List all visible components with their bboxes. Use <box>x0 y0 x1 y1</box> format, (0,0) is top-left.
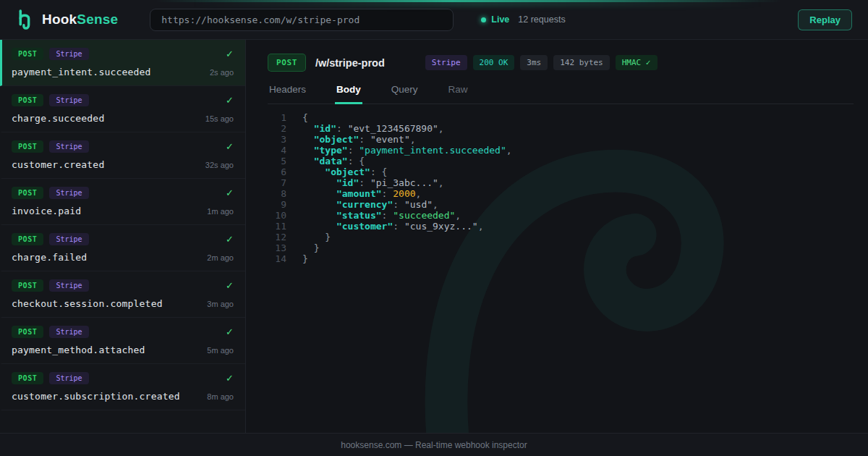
line-content: "customer": "cus_9xyz...", <box>302 221 483 232</box>
event-timestamp: 2m ago <box>207 253 234 262</box>
meta-badge: 200 OK <box>473 55 515 70</box>
line-content: } <box>302 253 308 264</box>
source-badge: Stripe <box>49 326 88 338</box>
source-badge: Stripe <box>49 94 88 106</box>
request-list-item[interactable]: POST Stripe ✓ payment_intent.succeeded 2… <box>0 40 245 86</box>
line-number: 2 <box>268 123 286 134</box>
method-badge: POST <box>12 279 43 292</box>
delivered-check-icon: ✓ <box>226 95 234 106</box>
code-line: 9 "currency": "usd", <box>268 199 854 210</box>
line-content: "type": "payment_intent.succeeded", <box>302 145 512 156</box>
line-content: "amount": 2000, <box>302 188 421 199</box>
event-timestamp: 15s ago <box>205 114 234 123</box>
delivered-check-icon: ✓ <box>226 234 234 245</box>
requests-count: 12 requests <box>518 14 565 25</box>
delivered-check-icon: ✓ <box>226 48 234 59</box>
tab-raw[interactable]: Raw <box>447 84 469 104</box>
event-timestamp: 5m ago <box>207 346 234 355</box>
replay-button[interactable]: Replay <box>798 9 852 30</box>
event-timestamp: 2s ago <box>210 68 234 77</box>
body-code-view: 1{2 "id": "evt_1234567890",3 "object": "… <box>268 112 854 264</box>
method-badge: POST <box>12 233 43 245</box>
brand[interactable]: HookSense <box>16 8 118 32</box>
line-number: 4 <box>268 145 286 156</box>
line-content: "status": "succeeded", <box>302 210 461 221</box>
line-content: "id": "evt_1234567890", <box>302 123 444 134</box>
app-window: HookSense Live 12 requests Replay POST S… <box>0 0 868 456</box>
hooksense-logo-icon <box>16 8 35 32</box>
webhook-url-input[interactable] <box>150 9 454 31</box>
code-line: 4 "type": "payment_intent.succeeded", <box>268 145 854 156</box>
event-name: customer.subscription.created <box>12 391 180 402</box>
line-number: 8 <box>268 188 286 199</box>
method-badge: POST <box>12 372 43 384</box>
request-summary: POST /w/stripe-prod Stripe200 OK3ms142 b… <box>268 54 854 72</box>
method-badge: POST <box>268 54 306 72</box>
line-number: 5 <box>268 156 286 166</box>
event-name: checkout.session.completed <box>12 298 163 309</box>
brand-name: HookSense <box>42 12 118 28</box>
tab-body[interactable]: Body <box>335 84 362 104</box>
detail-tabs: HeadersBodyQueryRaw <box>268 84 854 104</box>
meta-badge: Stripe <box>425 55 467 70</box>
method-badge: POST <box>12 187 43 199</box>
code-line: 1{ <box>268 112 854 123</box>
request-list-item[interactable]: POST Stripe ✓ customer.subscription.crea… <box>0 364 245 410</box>
line-number: 7 <box>268 177 286 188</box>
line-number: 6 <box>268 166 286 177</box>
code-line: 13 } <box>268 242 854 253</box>
method-badge: POST <box>12 94 43 106</box>
request-list-item[interactable]: POST Stripe ✓ customer.created 32s ago <box>0 132 245 179</box>
request-detail: POST /w/stripe-prod Stripe200 OK3ms142 b… <box>246 40 868 433</box>
source-badge: Stripe <box>49 48 88 60</box>
request-list-item[interactable]: POST Stripe ✓ charge.failed 2m ago <box>0 225 245 271</box>
live-status: Live <box>481 14 509 25</box>
app-header: HookSense Live 12 requests Replay <box>0 0 868 40</box>
request-list: POST Stripe ✓ payment_intent.succeeded 2… <box>0 40 246 433</box>
brand-name-primary: Hook <box>42 12 77 27</box>
code-line: 7 "id": "pi_3abc...", <box>268 177 854 188</box>
line-content: "object": { <box>302 166 387 177</box>
request-list-item[interactable]: POST Stripe ✓ checkout.session.completed… <box>0 271 245 318</box>
request-path: /w/stripe-prod <box>315 57 385 69</box>
footer-text: hooksense.com — Real-time webhook inspec… <box>341 440 527 450</box>
line-number: 12 <box>268 232 286 242</box>
meta-badge: HMAC ✓ <box>616 55 658 70</box>
request-meta-badges: Stripe200 OK3ms142 bytesHMAC ✓ <box>425 55 658 70</box>
method-badge: POST <box>12 140 43 153</box>
event-name: invoice.paid <box>12 206 81 216</box>
code-line: 14} <box>268 253 854 264</box>
request-list-item[interactable]: POST Stripe ✓ payment_method.attached 5m… <box>0 318 245 364</box>
event-timestamp: 3m ago <box>207 300 234 308</box>
line-content: "data": { <box>302 156 365 166</box>
code-line: 3 "object": "event", <box>268 134 854 145</box>
event-name: payment_intent.succeeded <box>12 67 151 77</box>
method-badge: POST <box>12 48 43 60</box>
line-content: "id": "pi_3abc...", <box>302 177 444 188</box>
code-line: 10 "status": "succeeded", <box>268 210 854 221</box>
line-number: 3 <box>268 134 286 145</box>
code-line: 12 } <box>268 232 854 242</box>
delivered-check-icon: ✓ <box>226 141 234 152</box>
source-badge: Stripe <box>49 187 88 199</box>
event-name: customer.created <box>12 159 104 170</box>
line-content: "currency": "usd", <box>302 199 438 210</box>
line-number: 10 <box>268 210 286 221</box>
code-line: 11 "customer": "cus_9xyz...", <box>268 221 854 232</box>
code-line: 2 "id": "evt_1234567890", <box>268 123 854 134</box>
tab-query[interactable]: Query <box>390 84 420 104</box>
delivered-check-icon: ✓ <box>226 373 234 384</box>
line-number: 13 <box>268 242 286 253</box>
code-line: 8 "amount": 2000, <box>268 188 854 199</box>
meta-badge: 3ms <box>520 55 548 70</box>
delivered-check-icon: ✓ <box>226 280 234 291</box>
source-badge: Stripe <box>49 140 88 153</box>
line-number: 9 <box>268 199 286 210</box>
tab-headers[interactable]: Headers <box>268 84 307 104</box>
request-list-item[interactable]: POST Stripe ✓ charge.succeeded 15s ago <box>0 86 245 132</box>
request-list-item[interactable]: POST Stripe ✓ invoice.paid 1m ago <box>0 179 245 225</box>
live-dot-icon <box>481 17 486 22</box>
source-badge: Stripe <box>49 372 88 384</box>
event-timestamp: 8m ago <box>207 392 234 401</box>
delivered-check-icon: ✓ <box>226 187 234 198</box>
